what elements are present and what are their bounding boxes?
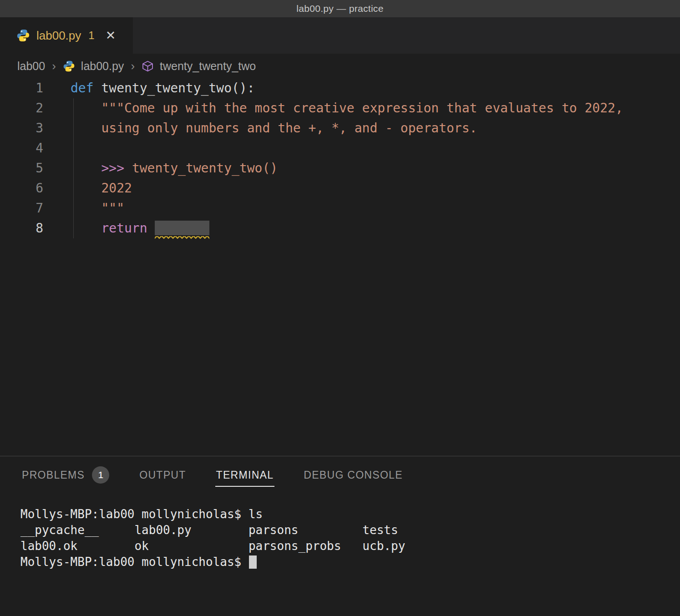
symbol-cube-icon [142,60,154,72]
breadcrumb-item-folder[interactable]: lab00 [17,60,45,73]
code-content: using only numbers and the +, *, and - o… [71,118,477,138]
chevron-right-icon: › [130,59,136,73]
indent-guide [73,98,74,238]
panel-tab-bar: PROBLEMS 1 OUTPUT TERMINAL DEBUG CONSOLE [0,456,680,495]
window-titlebar: lab00.py — practice [0,0,680,17]
terminal-line: Mollys-MBP:lab00 mollynicholas$ ls [20,506,680,522]
line-number: 8 [0,218,43,238]
problems-count-badge: 1 [92,466,109,484]
tab-label: lab00.py [36,29,81,43]
code-line[interactable]: 7 """ [0,198,680,218]
code-line[interactable]: 2 """Come up with the most creative expr… [0,98,680,118]
line-number: 3 [0,118,43,138]
code-token [71,161,101,176]
tab-problem-count: 1 [88,29,94,42]
panel-tab-label: PROBLEMS [22,469,85,481]
code-line[interactable]: 4 [0,138,680,158]
code-line[interactable]: 3 using only numbers and the +, *, and -… [0,118,680,138]
code-content: def twenty_twenty_two(): [71,78,255,98]
code-token: def [71,81,101,96]
code-content: >>> twenty_twenty_two() [71,158,278,178]
bottom-panel: PROBLEMS 1 OUTPUT TERMINAL DEBUG CONSOLE… [0,456,680,616]
window-title: lab00.py — practice [296,3,383,14]
code-token: >>> [101,161,132,176]
code-line[interactable]: 1def twenty_twenty_two(): [0,78,680,98]
line-number: 2 [0,98,43,118]
panel-tab-label: TERMINAL [216,469,274,481]
chevron-right-icon: › [51,59,57,73]
editor-code-area[interactable]: 1def twenty_twenty_two():2 """Come up wi… [0,78,680,456]
terminal-line: lab00.ok ok parsons_probs ucb.py [20,538,680,554]
python-icon [63,60,75,72]
code-token: return [71,221,155,236]
code-content: """Come up with the most creative expres… [71,98,623,118]
breadcrumb: lab00 › lab00.py › twenty_twenty_two [0,54,680,78]
tab-lab00[interactable]: lab00.py 1 ✕ [0,17,133,54]
code-content: """ [71,198,124,218]
breadcrumb-item-symbol[interactable]: twenty_twenty_two [160,60,256,73]
terminal-cursor [249,555,257,569]
panel-tab-output[interactable]: OUTPUT [138,465,187,487]
line-number: 6 [0,178,43,198]
code-token: twenty_twenty_two(): [101,81,254,96]
panel-tab-label: DEBUG CONSOLE [304,469,403,481]
python-icon [16,29,30,42]
code-line[interactable]: 8 return [0,218,680,238]
tab-bar: lab00.py 1 ✕ [0,17,680,54]
code-line[interactable]: 5 >>> twenty_twenty_two() [0,158,680,178]
breadcrumb-item-file[interactable]: lab00.py [81,60,124,73]
code-token: 2022 [71,181,132,196]
panel-tab-label: OUTPUT [139,469,186,481]
code-token: """Come up with the most creative expres… [71,101,623,116]
code-token: """ [71,201,124,216]
terminal-line: Mollys-MBP:lab00 mollynicholas$ [20,554,680,570]
line-number: 5 [0,158,43,178]
terminal-output[interactable]: Mollys-MBP:lab00 mollynicholas$ ls__pyca… [0,495,680,616]
return-placeholder [155,221,209,235]
panel-tab-terminal[interactable]: TERMINAL [215,465,275,487]
panel-tab-problems[interactable]: PROBLEMS 1 [21,462,110,489]
line-number: 1 [0,78,43,98]
line-number: 7 [0,198,43,218]
close-icon[interactable]: ✕ [106,30,116,42]
code-content: return [71,218,209,238]
line-number: 4 [0,138,43,158]
code-token: using only numbers and the +, *, and - o… [71,121,477,136]
panel-tab-debug-console[interactable]: DEBUG CONSOLE [303,465,404,487]
code-line[interactable]: 6 2022 [0,178,680,198]
terminal-line: __pycache__ lab00.py parsons tests [20,522,680,538]
code-token: twenty_twenty_two() [132,161,278,176]
code-content: 2022 [71,178,132,198]
